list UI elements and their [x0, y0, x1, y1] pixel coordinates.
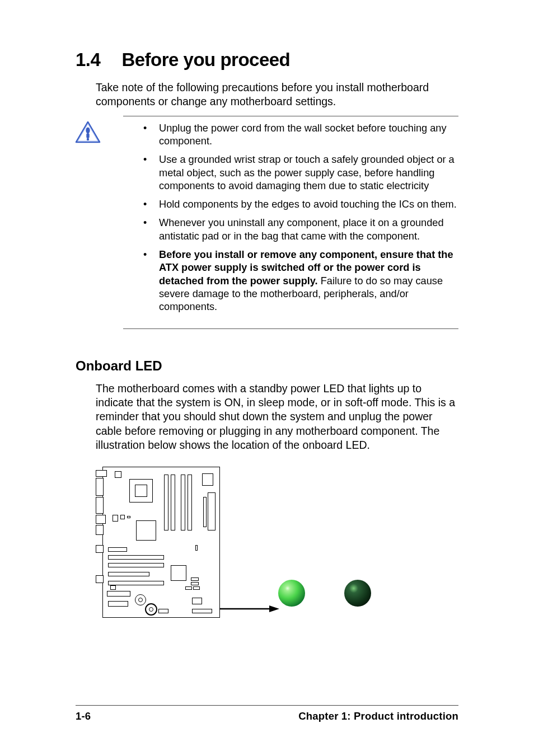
caution-icon [75, 121, 101, 143]
svg-rect-1 [86, 133, 89, 138]
bullet-item: Hold components by the edges to avoid to… [143, 198, 458, 211]
section-title: Before you proceed [121, 49, 290, 71]
svg-point-0 [86, 127, 90, 133]
bullet-item: Unplug the power cord from the wall sock… [143, 122, 458, 148]
chapter-title: Chapter 1: Product introduction [298, 710, 458, 722]
page-footer: 1-6 Chapter 1: Product introduction [76, 705, 458, 722]
bullet-item: Before you install or remove any compone… [143, 248, 458, 313]
bullet-text: Unplug the power cord from the wall sock… [159, 123, 447, 147]
led-off-icon [344, 580, 371, 607]
onboard-led-figure [96, 467, 458, 620]
onboard-led-paragraph: The motherboard comes with a standby pow… [96, 382, 458, 453]
bullet-text: Hold components by the edges to avoid to… [159, 199, 457, 210]
onboard-led-heading: Onboard LED [76, 358, 458, 374]
bullet-text: Whenever you uninstall any component, pl… [159, 217, 444, 241]
bullet-text: Use a grounded wrist strap or touch a sa… [159, 154, 455, 191]
svg-point-2 [87, 138, 89, 140]
motherboard-diagram-icon [96, 467, 221, 620]
bullet-item: Use a grounded wrist strap or touch a sa… [143, 153, 458, 192]
page-number: 1-6 [76, 710, 91, 722]
caution-box: Unplug the power cord from the wall sock… [123, 116, 458, 329]
led-on-icon [278, 580, 305, 607]
svg-marker-4 [269, 605, 279, 612]
section-heading: 1.4 Before you proceed [76, 49, 458, 71]
precautions-list: Unplug the power cord from the wall sock… [123, 122, 458, 314]
section-number: 1.4 [76, 49, 100, 71]
bullet-item: Whenever you uninstall any component, pl… [143, 217, 458, 243]
intro-paragraph: Take note of the following precautions b… [96, 81, 458, 109]
